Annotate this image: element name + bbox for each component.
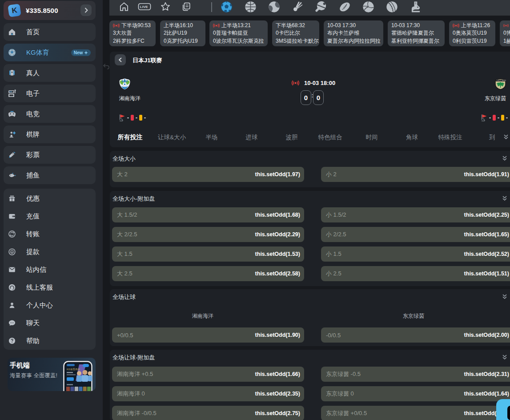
svg-text:KG体育再祝: KG体育再祝 [67,368,80,371]
svg-text:LIVE: LIVE [140,5,148,9]
svg-text:777: 777 [9,91,12,93]
svg-text:TOKYO VERDY: TOKYO VERDY [496,80,506,81]
